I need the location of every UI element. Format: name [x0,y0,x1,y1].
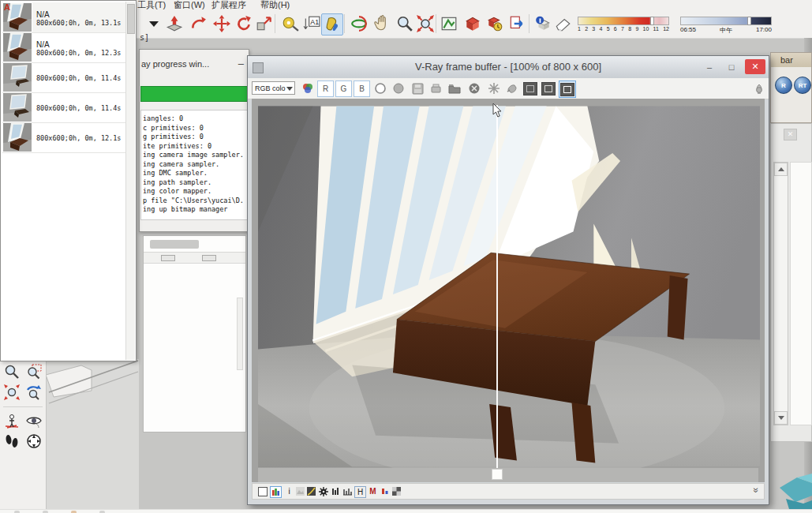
channel-bars-icon[interactable] [380,486,390,496]
render-bottom-strip [258,468,758,482]
menu-window[interactable]: 窗口(W) [170,0,208,10]
menu-help[interactable]: 帮助(H) [257,0,293,10]
levels-icon[interactable] [331,486,341,496]
green-channel-button[interactable]: G [335,81,352,97]
look-around-icon[interactable] [24,411,43,430]
track-mouse-icon[interactable] [504,81,520,96]
rotate-icon[interactable] [234,13,254,34]
close-button[interactable]: ✕ [745,59,765,74]
model-info-icon[interactable] [533,13,553,34]
log-line: ing camera image sampler. [143,151,247,160]
history-row[interactable]: N/A800x600;0h, 0m, 12.3s [2,32,126,63]
close-icon[interactable]: ✕ [784,129,797,140]
panel-scrollbar[interactable] [773,162,788,425]
red-channel-button[interactable]: R [317,81,334,97]
zoom-window-icon[interactable] [24,362,43,381]
history-row[interactable]: A N/A800x600;0h, 0m, 13.1s [2,2,126,33]
curve-correction-icon[interactable] [306,486,316,496]
dialog-toolstrip [144,252,245,264]
corrections-lamp-icon[interactable] [751,81,767,96]
stop-render-icon[interactable] [486,81,502,96]
vray-rt-render-button[interactable]: RT [794,77,811,94]
followme-icon[interactable] [188,13,208,34]
menu-tools[interactable]: 工具(T) [134,0,169,10]
section-display-icon[interactable] [439,13,459,34]
pushpull-icon[interactable] [164,13,185,34]
position-camera-icon[interactable] [2,411,21,430]
clipped-text-fragment: s] [140,33,149,42]
zoom-extents-icon[interactable] [415,13,436,34]
scale-icon[interactable] [254,13,275,34]
zoom-icon[interactable] [395,13,415,34]
move-icon[interactable] [211,13,232,34]
blue-channel-button[interactable]: B [354,81,370,97]
open-folder-icon[interactable] [447,81,462,96]
mini-slider[interactable] [161,255,175,261]
image-disabled-icon [295,486,305,496]
vray-batch-render-icon[interactable] [485,13,505,34]
alpha-channel-icon[interactable] [372,81,388,96]
history-row[interactable]: 800x600;0h, 0m, 12.1s [2,122,126,153]
duplicate-buffer-icon[interactable] [428,81,443,96]
log-line: c primitives: 0 [143,124,247,133]
pan-hand-icon[interactable] [372,13,393,34]
clear-image-icon[interactable] [466,81,482,96]
vfb-bottom-toolbar: i H M » [252,483,765,500]
monochrome-icon[interactable] [391,81,406,96]
log-line: ing camera sampler. [143,160,247,170]
history-scrollbar-thumb[interactable] [127,4,135,34]
histogram-button[interactable]: H [354,486,366,498]
rgb-swatch-icon[interactable] [300,81,316,96]
walk-icon[interactable] [2,432,21,451]
history-row[interactable]: 800x600;0h, 0m, 11.4s [2,92,126,123]
waveform-icon[interactable] [342,486,353,496]
mini-slider[interactable] [202,255,216,261]
compare-a-icon[interactable] [541,81,556,96]
toolbar-window-title: bar [771,53,811,67]
tape-measure-icon[interactable] [280,13,301,34]
month-slider-handle[interactable] [650,17,654,25]
zoom-tool-icon[interactable] [2,362,21,381]
zoom-extents-tool-icon[interactable] [2,383,21,402]
minimize-button[interactable]: – [699,59,720,74]
paint-bucket-icon[interactable] [321,13,343,36]
minimize-button[interactable]: – [238,58,244,69]
vfb-titlebar[interactable]: V-Ray frame buffer - [100% of 800 x 600]… [248,56,769,79]
history-scrollbar[interactable] [125,2,135,360]
stereo-icon[interactable] [522,81,538,96]
dialog-scrollbar[interactable] [237,298,243,370]
checker-background-icon[interactable] [391,486,402,496]
previous-view-icon[interactable] [24,383,43,402]
dialog-button[interactable] [150,240,199,249]
log-line: p file "C:\Users\yucai\D. [143,197,247,206]
render-thumbnail [3,93,32,122]
color-corrections-icon[interactable] [270,486,282,498]
menu-extensions[interactable]: 扩展程序 [208,0,249,10]
pixel-info-icon[interactable]: i [284,486,294,496]
region-render-icon[interactable] [257,486,268,496]
time-slider-handle[interactable] [747,17,751,25]
shadow-month-slider[interactable]: 123456789101112 [578,17,669,37]
shadow-time-slider[interactable]: 06:55中午17:00 [680,17,772,37]
scroll-up-icon[interactable] [774,163,788,176]
vray-export-icon[interactable] [507,13,527,34]
maximize-button[interactable]: □ [721,59,742,74]
orbit-icon[interactable] [349,13,369,34]
time-labels: 06:55中午17:00 [680,26,772,35]
vray-render-button[interactable]: R [775,77,792,94]
vray-options-icon[interactable] [462,13,483,34]
expand-chevrons-icon[interactable]: » [751,488,762,493]
eraser-icon[interactable] [552,13,573,34]
scroll-down-icon[interactable] [774,411,788,425]
settings-gear-icon[interactable] [318,486,328,496]
compare-b-icon[interactable] [559,81,576,98]
log-line: ite primitives: 0 [143,142,247,152]
magnify-compare-button[interactable]: M [368,486,378,496]
channel-dropdown[interactable]: RGB colo [252,81,295,95]
history-row[interactable]: 800x600;0h, 0m, 11.4s [2,62,126,93]
navigation-compass-icon[interactable] [24,432,43,451]
dropdown-caret-icon[interactable] [144,13,164,34]
save-image-icon[interactable] [410,81,425,96]
dimension-icon[interactable]: A1 [301,13,322,34]
log-line: ing path sampler. [143,178,247,188]
